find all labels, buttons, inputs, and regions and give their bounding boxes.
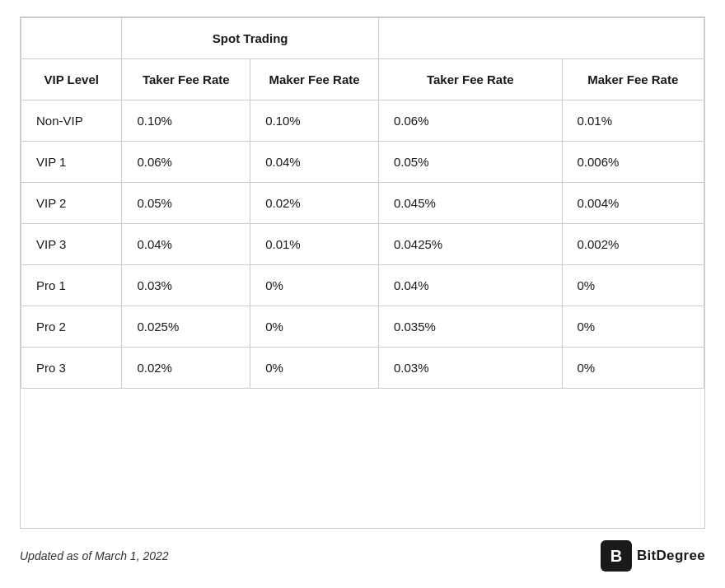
fee-table-body: Non-VIP0.10%0.10%0.06%0.01%VIP 10.06%0.0…	[21, 100, 704, 389]
header-spot-trading: Spot Trading	[122, 18, 379, 59]
bitdegree-brand-name: BitDegree	[637, 548, 705, 564]
cell-spot-maker: 0%	[250, 348, 379, 389]
cell-perp-taker: 0.06%	[378, 100, 562, 142]
header-empty	[21, 18, 122, 59]
cell-spot-maker: 0.02%	[250, 183, 379, 224]
cell-spot-maker: 0%	[250, 306, 379, 348]
cell-vip-level: Non-VIP	[21, 100, 122, 142]
table-row: VIP 10.06%0.04%0.05%0.006%	[21, 142, 704, 183]
header-perp-trading	[378, 18, 704, 59]
table-row: VIP 20.05%0.02%0.045%0.004%	[21, 183, 704, 224]
cell-spot-maker: 0%	[250, 265, 379, 306]
cell-perp-taker: 0.04%	[378, 265, 562, 306]
cell-vip-level: VIP 2	[21, 183, 122, 224]
cell-spot-taker: 0.10%	[122, 100, 250, 142]
updated-text: Updated as of March 1, 2022	[20, 549, 169, 562]
bitdegree-logo-icon: B	[601, 540, 632, 572]
cell-spot-maker: 0.10%	[250, 100, 379, 142]
cell-vip-level: Pro 3	[21, 348, 122, 389]
cell-perp-maker: 0%	[562, 348, 704, 389]
cell-perp-taker: 0.0425%	[378, 224, 562, 265]
cell-spot-maker: 0.04%	[250, 142, 379, 183]
fee-table-wrapper: Spot Trading VIP Level Taker Fee Rate Ma…	[20, 16, 705, 529]
table-row: Pro 30.02%0%0.03%0%	[21, 348, 704, 389]
cell-perp-maker: 0.01%	[562, 100, 704, 142]
cell-vip-level: VIP 3	[21, 224, 122, 265]
cell-perp-taker: 0.045%	[378, 183, 562, 224]
fee-table: Spot Trading VIP Level Taker Fee Rate Ma…	[21, 17, 704, 389]
cell-spot-taker: 0.03%	[122, 265, 250, 306]
table-row: Non-VIP0.10%0.10%0.06%0.01%	[21, 100, 704, 142]
header-perp-taker: Taker Fee Rate	[378, 59, 562, 100]
cell-perp-maker: 0%	[562, 265, 704, 306]
header-spot-maker: Maker Fee Rate	[250, 59, 379, 100]
bitdegree-badge: B BitDegree	[601, 540, 705, 572]
cell-spot-maker: 0.01%	[250, 224, 379, 265]
header-row-2: VIP Level Taker Fee Rate Maker Fee Rate …	[21, 59, 704, 100]
cell-perp-taker: 0.035%	[378, 306, 562, 348]
table-row: Pro 10.03%0%0.04%0%	[21, 265, 704, 306]
header-vip-level: VIP Level	[21, 59, 122, 100]
cell-perp-taker: 0.05%	[378, 142, 562, 183]
cell-vip-level: Pro 2	[21, 306, 122, 348]
cell-spot-taker: 0.025%	[122, 306, 250, 348]
header-row-1: Spot Trading	[21, 18, 704, 59]
cell-spot-taker: 0.04%	[122, 224, 250, 265]
cell-spot-taker: 0.05%	[122, 183, 250, 224]
svg-text:B: B	[610, 547, 622, 565]
cell-spot-taker: 0.02%	[122, 348, 250, 389]
cell-perp-taker: 0.03%	[378, 348, 562, 389]
footer: Updated as of March 1, 2022 B BitDegree	[20, 540, 705, 572]
cell-perp-maker: 0.006%	[562, 142, 704, 183]
cell-vip-level: VIP 1	[21, 142, 122, 183]
cell-spot-taker: 0.06%	[122, 142, 250, 183]
cell-vip-level: Pro 1	[21, 265, 122, 306]
cell-perp-maker: 0.002%	[562, 224, 704, 265]
table-row: Pro 20.025%0%0.035%0%	[21, 306, 704, 348]
table-row: VIP 30.04%0.01%0.0425%0.002%	[21, 224, 704, 265]
header-spot-taker: Taker Fee Rate	[122, 59, 250, 100]
cell-perp-maker: 0.004%	[562, 183, 704, 224]
header-perp-maker: Maker Fee Rate	[562, 59, 704, 100]
cell-perp-maker: 0%	[562, 306, 704, 348]
